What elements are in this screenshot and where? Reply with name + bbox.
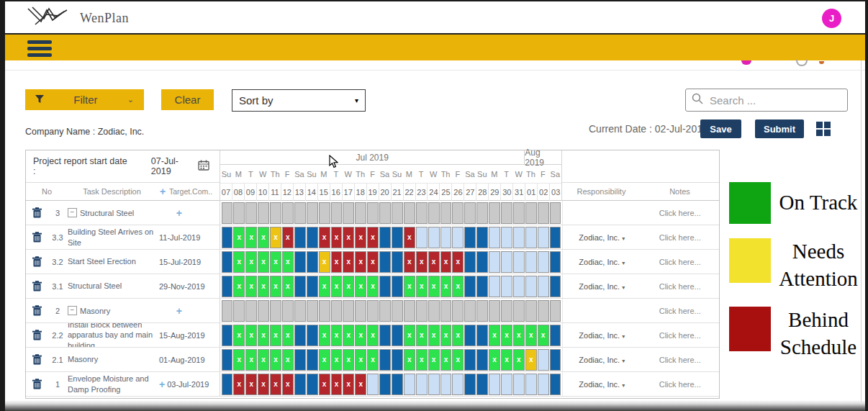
gantt-cell[interactable]: x xyxy=(343,325,354,346)
gantt-cell[interactable] xyxy=(307,325,318,346)
gantt-cell[interactable]: x xyxy=(355,349,366,371)
gantt-cell[interactable]: x xyxy=(319,325,330,346)
gantt-cell[interactable]: x xyxy=(245,374,257,395)
gantt-cell[interactable]: x xyxy=(355,251,366,273)
gantt-cell[interactable] xyxy=(464,374,476,395)
gantt-cell[interactable]: x xyxy=(440,276,452,297)
gantt-cell[interactable] xyxy=(513,374,525,395)
gantt-cell[interactable]: x xyxy=(270,276,281,297)
gantt-cell[interactable] xyxy=(538,349,549,371)
gantt-cell[interactable] xyxy=(379,251,391,273)
gantt-cell[interactable]: x xyxy=(282,374,294,395)
gantt-cell[interactable]: x xyxy=(258,276,269,297)
gantt-cell[interactable] xyxy=(550,251,561,273)
gantt-cell[interactable]: x xyxy=(367,251,379,273)
gantt-cell[interactable] xyxy=(222,276,233,297)
gantt-cell[interactable] xyxy=(476,227,488,248)
gantt-cell[interactable]: x xyxy=(233,325,245,346)
gantt-cell[interactable]: x xyxy=(258,374,269,395)
clear-button[interactable]: Clear xyxy=(161,89,214,110)
gantt-cell[interactable]: x xyxy=(258,251,269,273)
gantt-cell[interactable]: x xyxy=(440,349,452,371)
gantt-cell[interactable]: x xyxy=(416,276,428,297)
gantt-cell[interactable]: x xyxy=(513,349,525,371)
gantt-cell[interactable] xyxy=(428,227,440,248)
gantt-cell[interactable] xyxy=(525,227,537,248)
gantt-cell[interactable]: x xyxy=(245,325,257,346)
add-icon[interactable]: + xyxy=(159,379,165,390)
gantt-cell[interactable]: x xyxy=(270,251,281,273)
gantt-cell[interactable]: x xyxy=(343,227,354,248)
gantt-cell[interactable] xyxy=(392,374,403,395)
gantt-cell[interactable]: x xyxy=(282,349,294,371)
gantt-cell[interactable]: x xyxy=(331,374,343,395)
gantt-cell[interactable]: x xyxy=(440,251,452,273)
gantt-cell[interactable]: x xyxy=(343,374,354,395)
gantt-cell[interactable]: x xyxy=(258,349,269,371)
gantt-cell[interactable]: x xyxy=(428,276,440,297)
gantt-cell[interactable] xyxy=(464,276,476,297)
responsibility-dropdown[interactable]: Zodiac, Inc.▾ xyxy=(579,380,625,389)
gantt-cell[interactable]: x xyxy=(452,276,464,297)
delete-button[interactable] xyxy=(26,354,48,365)
gantt-cell[interactable]: x xyxy=(525,349,537,371)
gantt-cell[interactable]: x xyxy=(367,276,379,297)
gantt-cell[interactable]: x xyxy=(282,227,294,248)
gantt-cell[interactable] xyxy=(501,227,512,248)
gantt-cell[interactable] xyxy=(379,349,391,371)
gantt-cell[interactable]: x xyxy=(282,276,294,297)
gantt-cell[interactable]: x xyxy=(282,251,294,273)
gantt-cell[interactable] xyxy=(538,227,549,248)
gantt-cell[interactable]: x xyxy=(331,251,343,273)
add-subtask-icon[interactable]: + xyxy=(176,305,182,317)
delete-button[interactable] xyxy=(26,305,48,316)
gantt-cell[interactable] xyxy=(513,227,525,248)
gantt-cell[interactable]: x xyxy=(489,349,500,371)
gantt-cell[interactable] xyxy=(550,276,561,297)
gantt-cell[interactable]: x xyxy=(245,251,257,273)
gantt-cell[interactable] xyxy=(222,251,233,273)
user-avatar[interactable]: J xyxy=(822,9,841,28)
gantt-cell[interactable] xyxy=(489,276,500,297)
gantt-cell[interactable] xyxy=(550,227,561,248)
gantt-cell[interactable]: x xyxy=(367,227,379,248)
gantt-cell[interactable] xyxy=(392,227,403,248)
gantt-cell[interactable]: x xyxy=(501,325,512,346)
add-subtask-icon[interactable]: + xyxy=(176,207,182,219)
gantt-cell[interactable]: x xyxy=(367,349,379,371)
gantt-cell[interactable] xyxy=(392,325,403,346)
gantt-cell[interactable] xyxy=(513,276,525,297)
gantt-cell[interactable]: x xyxy=(245,276,257,297)
gantt-cell[interactable] xyxy=(294,276,306,297)
grid-view-icon[interactable] xyxy=(816,122,831,137)
gantt-cell[interactable]: x xyxy=(331,227,343,248)
gantt-cell[interactable] xyxy=(538,251,549,273)
gantt-cell[interactable] xyxy=(428,374,440,395)
gantt-cell[interactable] xyxy=(476,349,488,371)
gantt-cell[interactable] xyxy=(501,374,512,395)
search-input[interactable] xyxy=(708,94,819,107)
gantt-cell[interactable] xyxy=(294,325,306,346)
gantt-cell[interactable]: x xyxy=(331,276,343,297)
notes-link[interactable]: Click here... xyxy=(659,209,701,217)
gantt-cell[interactable] xyxy=(464,325,476,346)
gantt-cell[interactable]: x xyxy=(428,251,440,273)
gantt-cell[interactable] xyxy=(392,251,403,273)
gantt-cell[interactable] xyxy=(307,227,318,248)
gantt-cell[interactable]: x xyxy=(245,349,257,371)
gantt-cell[interactable]: x xyxy=(331,325,343,346)
start-date-value[interactable]: 07-Jul-2019 xyxy=(151,156,198,176)
gantt-cell[interactable]: x xyxy=(416,325,428,346)
gantt-cell[interactable]: x xyxy=(282,325,294,346)
gantt-cell[interactable] xyxy=(379,374,391,395)
gantt-cell[interactable]: x xyxy=(355,325,366,346)
notes-link[interactable]: Click here... xyxy=(659,380,701,389)
gantt-cell[interactable]: x xyxy=(404,251,415,273)
delete-button[interactable] xyxy=(26,281,48,292)
notes-link[interactable]: Click here... xyxy=(659,331,701,340)
gantt-cell[interactable]: x xyxy=(452,349,464,371)
gantt-cell[interactable]: x xyxy=(233,374,245,395)
gantt-cell[interactable] xyxy=(294,251,306,273)
gantt-cell[interactable]: x xyxy=(343,251,354,273)
gantt-cell[interactable] xyxy=(550,349,561,371)
